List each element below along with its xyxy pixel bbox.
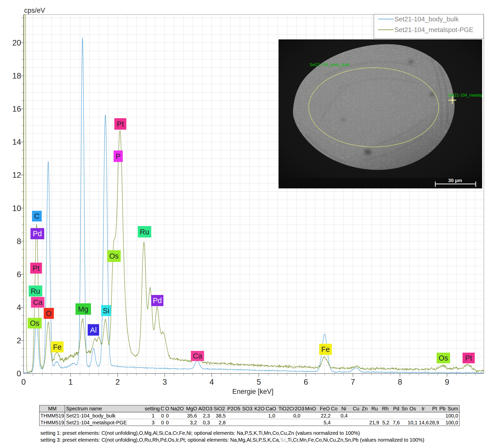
svg-text:P2O5: P2O5 [227,406,240,411]
svg-text:14: 14 [12,138,21,146]
svg-text:0: 0 [21,378,26,386]
svg-text:MnO: MnO [305,406,316,411]
svg-text:Spectrum name: Spectrum name [66,406,102,411]
svg-text:30 µm: 30 µm [448,178,462,183]
svg-text:Rh: Rh [382,406,389,411]
svg-text:Sum: Sum [448,406,458,411]
svg-text:MM: MM [48,406,56,411]
svg-text:1,0: 1,0 [268,413,275,419]
svg-text:Ca: Ca [33,298,43,306]
svg-text:Ru: Ru [31,287,40,295]
svg-text:Cr2O3: Cr2O3 [289,406,304,411]
svg-text:2: 2 [115,378,120,386]
svg-text:Os: Os [409,406,416,411]
svg-text:10: 10 [12,204,21,213]
svg-text:Os: Os [30,319,39,327]
svg-text:3: 3 [162,378,167,386]
svg-text:Set21-104_body_bulk: Set21-104_body_bulk [394,15,459,23]
svg-text:14,6: 14,6 [419,420,429,425]
svg-text:21,9: 21,9 [369,420,379,425]
svg-text:5,2: 5,2 [382,420,389,425]
svg-text:0,0: 0,0 [293,413,300,419]
svg-text:Pd: Pd [153,296,162,305]
svg-text:7: 7 [351,378,355,386]
svg-text:FeO: FeO [320,406,330,411]
svg-text:4: 4 [17,303,21,312]
svg-text:38,5: 38,5 [216,413,226,419]
svg-text:0,4: 0,4 [341,413,348,419]
svg-text:Co: Co [331,406,337,411]
svg-text:Pd: Pd [393,406,399,411]
svg-text:0: 0 [166,413,169,419]
svg-text:Set21-104_body_bulk: Set21-104_body_bulk [66,413,116,419]
svg-text:0: 0 [166,420,169,425]
svg-text:0: 0 [161,413,164,419]
svg-text:10,1: 10,1 [408,420,418,425]
svg-text:6: 6 [17,270,21,279]
svg-text:5: 5 [257,378,261,386]
svg-text:8: 8 [398,378,402,386]
svg-text:Fe: Fe [53,343,62,351]
svg-text:setting 1: preset elements: C(: setting 1: preset elements: C(not unfold… [40,430,360,436]
svg-text:Os: Os [439,354,448,362]
svg-text:C: C [34,212,40,220]
svg-text:28,9: 28,9 [429,420,439,425]
svg-text:Pb: Pb [439,406,445,411]
svg-text:O: O [46,309,52,318]
svg-text:Pt: Pt [465,354,472,362]
svg-text:CaO: CaO [266,406,276,411]
svg-text:Os: Os [109,252,119,260]
svg-text:7,6: 7,6 [393,420,400,425]
svg-text:Set21-104_metalspot-PGE: Set21-104_metalspot-PGE [394,26,473,34]
svg-text:2,3: 2,3 [203,413,210,419]
svg-text:Ir: Ir [422,406,425,411]
svg-text:Pt: Pt [432,406,437,411]
svg-text:Zn: Zn [362,406,367,411]
svg-text:8: 8 [17,237,21,246]
svg-text:4: 4 [210,378,214,386]
svg-text:Si: Si [103,307,110,315]
svg-text:setting: setting [145,406,160,411]
svg-text:12: 12 [12,171,21,180]
svg-text:Ru: Ru [371,406,378,411]
svg-text:SO3: SO3 [242,406,252,411]
svg-text:100,0: 100,0 [445,413,458,419]
svg-text:Pt: Pt [117,120,124,128]
svg-text:Set21-104_body_bulk: Set21-104_body_bulk [310,63,349,67]
svg-text:Cu: Cu [353,406,359,411]
svg-text:Energie [keV]: Energie [keV] [232,388,273,395]
svg-text:0,3: 0,3 [203,420,210,425]
svg-text:100,0: 100,0 [445,420,458,425]
svg-text:Sn: Sn [402,406,408,411]
svg-text:2: 2 [17,336,21,345]
svg-text:Ni: Ni [342,406,346,411]
svg-text:18: 18 [12,71,21,80]
svg-text:cps/eV: cps/eV [24,7,45,14]
svg-text:22,2: 22,2 [321,413,331,419]
svg-text:SiO2: SiO2 [214,406,225,411]
svg-text:6: 6 [304,378,308,386]
svg-text:O: O [165,406,169,411]
svg-text:MgO: MgO [186,406,197,411]
svg-text:TiO2: TiO2 [279,406,289,411]
svg-text:1: 1 [68,378,73,386]
svg-text:Ca: Ca [193,352,202,360]
svg-text:Set21-104_metalspot: Set21-104_metalspot [448,93,487,98]
svg-text:K2O: K2O [254,406,265,411]
svg-text:setting 3: preset elements: C(: setting 3: preset elements: C(not unfold… [40,437,424,443]
svg-text:20: 20 [12,38,21,47]
svg-text:35,6: 35,6 [187,413,197,419]
svg-text:Pd: Pd [33,230,42,238]
svg-text:5,4: 5,4 [324,420,331,425]
svg-text:Pt: Pt [33,264,39,272]
svg-text:Fe: Fe [321,345,330,353]
svg-text:Set21-104_metalspot-PGE: Set21-104_metalspot-PGE [66,420,127,426]
svg-text:3,2: 3,2 [190,420,197,425]
svg-text:2,8: 2,8 [219,420,226,425]
svg-text:16: 16 [12,104,21,113]
svg-text:C: C [161,406,164,411]
svg-text:0: 0 [17,369,21,378]
svg-text:Al2O3: Al2O3 [198,406,212,411]
svg-text:Al: Al [90,326,97,334]
svg-text:3: 3 [152,420,155,425]
